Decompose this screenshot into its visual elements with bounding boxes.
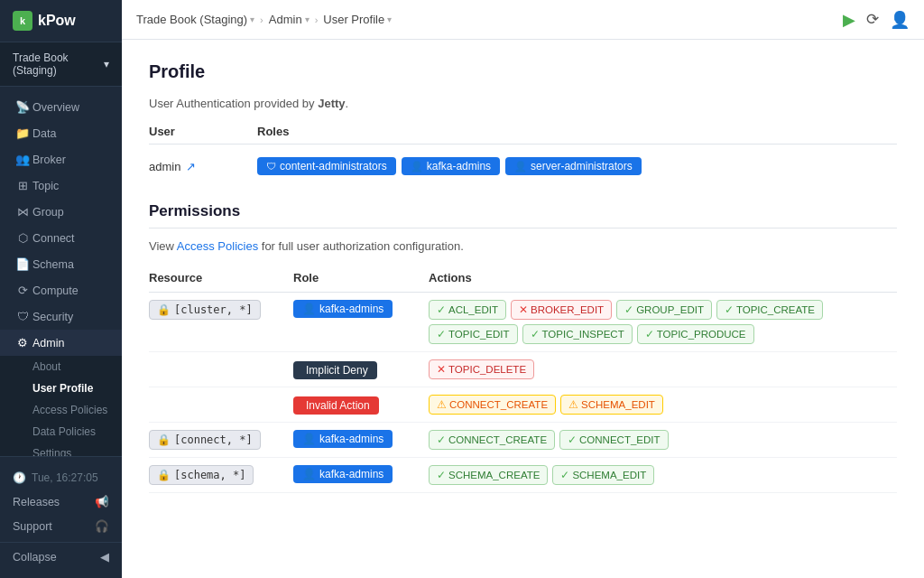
refresh-button[interactable]: ⟳ [866,10,879,29]
role-badge-content-admin: 🛡 content-administrators [257,157,396,175]
action-tag: ✓ TOPIC_CREATE [716,300,823,320]
action-tag: ✓ CONNECT_EDIT [559,430,668,450]
releases-icon: 📢 [95,495,109,508]
app-logo: k kPow [0,0,122,42]
sidebar-item-label: Security [32,311,73,323]
resource-badge: 🔒[cluster, *] [149,300,261,320]
role-badge: 👤kafka-admins [293,430,393,448]
sidebar-item-releases[interactable]: Releases 📢 [0,489,122,514]
check-icon: ✓ [437,469,446,481]
connect-icon: ⬡ [13,231,32,245]
access-policies-link[interactable]: Access Policies [177,239,258,253]
compute-icon: ⟳ [13,284,32,297]
role-badges: 🛡 content-administrators 👤 kafka-admins … [257,157,897,175]
sidebar-item-admin[interactable]: ⚙ Admin [0,330,122,356]
time-display: Tue, 16:27:05 [32,471,98,484]
action-tag: ✓ CONNECT_CREATE [429,430,555,450]
env-selector[interactable]: Trade Book (Staging) ▾ [0,42,122,87]
breadcrumb-user-profile[interactable]: User Profile ▾ [323,13,392,26]
action-tag: ✓ TOPIC_PRODUCE [637,324,754,344]
topic-icon: ⊞ [13,179,32,192]
topbar-actions: ▶ ⟳ 👤 [843,10,910,30]
action-tag: ✓ GROUP_EDIT [616,300,712,320]
warn-icon: ⚠ [437,398,447,411]
breadcrumb-sep-2: › [315,14,319,25]
play-button[interactable]: ▶ [843,10,855,30]
sidebar-subitem-user-profile[interactable]: User Profile [13,378,122,399]
collapse-label: Collapse [13,551,57,564]
collapse-icon: ◀ [100,550,109,564]
actions-cell: ✓ CONNECT_CREATE✓ CONNECT_EDIT [429,423,897,458]
table-row: Invalid Action⚠ CONNECT_CREATE⚠ SCHEMA_E… [149,387,897,423]
user-roles-table: User Roles admin ↗ 🛡 content-administrat… [149,125,897,181]
role-cell: 👤kafka-admins [293,293,429,352]
breadcrumb-env-label: Trade Book (Staging) [136,13,247,26]
sidebar-item-broker[interactable]: 👥 Broker [0,146,122,172]
env-label: Trade Book (Staging) [13,51,104,77]
breadcrumb-profile-label: User Profile [323,13,384,26]
support-label: Support [13,520,52,533]
sidebar-item-label: Compute [32,284,79,297]
schema-icon: 📄 [13,257,32,271]
sidebar-item-security[interactable]: 🛡 Security [0,303,122,330]
user-roles-header: User Roles [149,125,897,144]
content-area: Profile User Authentication provided by … [122,40,924,578]
role-badge-server-admin: 👤 server-administrators [505,157,642,175]
auth-prefix: User Authentication provided by [149,97,318,110]
admin-submenu: About User Profile Access Policies Data … [0,356,122,456]
col-resource-header: Resource [149,267,293,293]
resource-cell: 🔒[schema, *] [149,458,293,493]
sidebar-subitem-access-policies[interactable]: Access Policies [13,399,122,421]
username-label: admin [149,160,180,173]
shield-icon: 🔒 [157,469,171,481]
sidebar-item-topic[interactable]: ⊞ Topic [0,172,122,199]
sidebar-item-data[interactable]: 📁 Data [0,120,122,146]
logo-icon: k [13,11,32,31]
resource-badge: 🔒[schema, *] [149,465,254,485]
sidebar-subitem-data-policies[interactable]: Data Policies [13,421,122,443]
shield-icon: 🛡 [266,161,276,172]
sidebar-item-group[interactable]: ⋈ Group [0,199,122,225]
table-row: 🔒[connect, *]👤kafka-admins✓ CONNECT_CREA… [149,423,897,458]
sidebar-item-overview[interactable]: 📡 Overview [0,94,122,120]
permissions-note: View Access Policies for full user autho… [149,239,897,253]
permissions-title: Permissions [149,202,897,220]
sidebar: k kPow Trade Book (Staging) ▾ 📡 Overview… [0,0,122,578]
admin-icon: ⚙ [13,336,32,350]
actions-cell: ✕ TOPIC_DELETE [429,352,897,387]
user-role-icon: 👤 [302,468,316,480]
sidebar-item-compute[interactable]: ⟳ Compute [0,277,122,303]
sidebar-item-schema[interactable]: 📄 Schema [0,251,122,277]
action-tag: ✓ SCHEMA_CREATE [429,465,548,485]
table-row: Implicit Deny✕ TOPIC_DELETE [149,352,897,387]
link-icon[interactable]: ↗ [186,160,196,173]
chevron-down-icon: ▾ [104,58,109,70]
col-roles-header: Roles [257,125,897,138]
check-icon: ✓ [531,328,540,340]
check-icon: ✓ [437,328,446,340]
breadcrumb-env[interactable]: Trade Book (Staging) ▾ [136,13,254,26]
sidebar-subitem-settings[interactable]: Settings [13,443,122,456]
sidebar-item-label: Broker [32,154,66,166]
breadcrumb-admin[interactable]: Admin ▾ [269,13,310,26]
action-tag: ✕ BROKER_EDIT [511,300,612,320]
clock-icon: 🕐 [13,471,26,484]
shield-icon: 🔒 [157,434,171,446]
check-icon: ✓ [560,469,569,481]
chevron-icon-2: ▾ [305,14,310,24]
table-row: 🔒[cluster, *]👤kafka-admins✓ ACL_EDIT✕ BR… [149,293,897,352]
resource-cell: 🔒[cluster, *] [149,293,293,352]
sidebar-collapse-button[interactable]: Collapse ◀ [0,542,122,571]
security-icon: 🛡 [13,310,32,323]
data-icon: 📁 [13,126,32,140]
sidebar-item-connect[interactable]: ⬡ Connect [0,225,122,251]
action-tag: ✓ ACL_EDIT [429,300,506,320]
col-role-header: Role [293,267,429,293]
user-row: admin ↗ 🛡 content-administrators 👤 kafka… [149,152,897,181]
user-icon-3: 👤 [514,161,527,172]
sidebar-subitem-about[interactable]: About [13,356,122,378]
sidebar-item-support[interactable]: Support 🎧 [0,514,122,538]
auth-info: User Authentication provided by Jetty. [149,97,897,110]
user-icon[interactable]: 👤 [890,10,910,30]
check-icon: ✓ [645,328,654,340]
